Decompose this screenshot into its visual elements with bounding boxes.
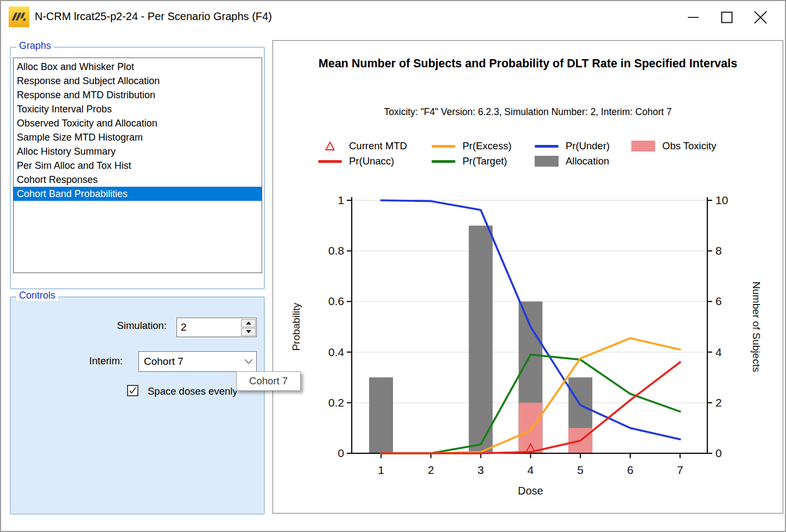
chart-canvas: 00.20.40.60.8102468101234567DoseProbabil…: [273, 41, 783, 513]
left-tick-label: 0.2: [328, 396, 344, 409]
arrow-down-icon: [246, 330, 251, 333]
left-tick-label: 0.8: [328, 244, 344, 257]
left-tick-label: 0: [338, 447, 344, 459]
close-button[interactable]: [744, 1, 777, 34]
simulation-down-button[interactable]: [241, 328, 256, 336]
graph-list-item[interactable]: Response and MTD Distribution: [14, 88, 262, 102]
graph-list-item[interactable]: Alloc Box and Whisker Plot: [14, 60, 262, 74]
right-tick-label: 8: [715, 244, 722, 257]
x-tick-label: 7: [677, 464, 683, 476]
x-axis-title: Dose: [518, 485, 543, 497]
maximize-button[interactable]: [710, 1, 744, 34]
graph-list-item[interactable]: Cohort Band Probabilities: [14, 187, 262, 201]
simulation-label: Simulation:: [85, 320, 167, 332]
right-tick-label: 6: [715, 295, 722, 307]
bar-allocation: [369, 377, 393, 453]
x-tick-label: 5: [577, 464, 584, 476]
interim-label: Interim:: [68, 355, 123, 367]
x-tick-label: 3: [478, 464, 484, 476]
graph-list-item[interactable]: Response and Subject Allocation: [14, 74, 262, 88]
graphs-listbox[interactable]: Alloc Box and Whisker PlotResponse and S…: [13, 58, 262, 273]
right-tick-label: 2: [715, 396, 722, 409]
interim-dropdown-value: Cohort 7: [139, 356, 241, 368]
graph-list-item[interactable]: Per Sim Alloc and Tox Hist: [14, 159, 262, 173]
interim-dropdown[interactable]: Cohort 7: [138, 351, 257, 372]
right-tick-label: 0: [715, 447, 722, 459]
bar-allocation: [469, 226, 493, 453]
checkmark-icon: [129, 387, 137, 395]
simulation-up-button[interactable]: [241, 319, 256, 327]
x-tick-label: 1: [378, 464, 384, 476]
app-window: N-CRM lrcat25-p2-24 - Per Scenario Graph…: [0, 0, 786, 532]
window-title: N-CRM lrcat25-p2-24 - Per Scenario Graph…: [35, 10, 272, 23]
left-axis-title: Probability: [290, 302, 302, 351]
left-tick-label: 1: [338, 194, 344, 206]
title-bar: N-CRM lrcat25-p2-24 - Per Scenario Graph…: [1, 1, 785, 35]
maximize-icon: [721, 11, 733, 23]
close-icon: [754, 11, 767, 24]
controls-group-label: Controls: [16, 290, 58, 301]
minimize-button[interactable]: [676, 1, 710, 34]
graph-list-item[interactable]: Cohort Responses: [14, 173, 262, 187]
chevron-down-icon[interactable]: [241, 359, 256, 364]
bar-obs-toxicity: [518, 403, 542, 453]
graph-list-item[interactable]: Toxicity Interval Probs: [14, 102, 262, 116]
chart-panel: Mean Number of Subjects and Probability …: [272, 40, 783, 514]
graph-list-item[interactable]: Observed Toxicity and Allocation: [14, 116, 262, 130]
space-doses-label[interactable]: Space doses evenly: [148, 385, 238, 397]
graphs-group-label: Graphs: [16, 40, 54, 51]
x-tick-label: 6: [627, 464, 633, 476]
left-tick-label: 0.6: [328, 295, 344, 307]
simulation-stepper[interactable]: 2: [176, 318, 257, 337]
space-doses-checkbox[interactable]: [127, 385, 138, 396]
x-tick-label: 4: [528, 464, 534, 476]
right-tick-label: 10: [715, 194, 728, 206]
graph-list-item[interactable]: Alloc History Summary: [14, 144, 262, 159]
graph-list-item[interactable]: Sample Size MTD Histogram: [14, 130, 262, 144]
right-axis-title: Number of Subjects: [751, 282, 762, 372]
minimize-icon: [687, 11, 699, 23]
x-tick-label: 2: [428, 464, 434, 476]
left-tick-label: 0.4: [328, 346, 345, 358]
tooltip: Cohort 7: [236, 371, 301, 391]
right-tick-label: 4: [715, 346, 722, 358]
simulation-input[interactable]: 2: [177, 318, 240, 337]
app-icon: [9, 7, 29, 27]
arrow-up-icon: [246, 321, 251, 325]
